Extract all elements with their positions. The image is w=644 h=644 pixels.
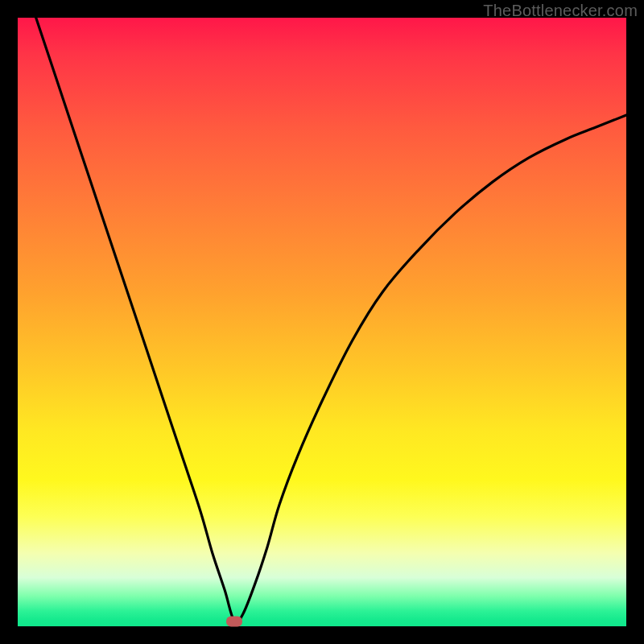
bottleneck-marker <box>226 616 242 626</box>
chart-frame <box>18 18 626 626</box>
bottleneck-curve <box>18 18 626 626</box>
watermark-text: TheBottlenecker.com <box>483 2 638 20</box>
